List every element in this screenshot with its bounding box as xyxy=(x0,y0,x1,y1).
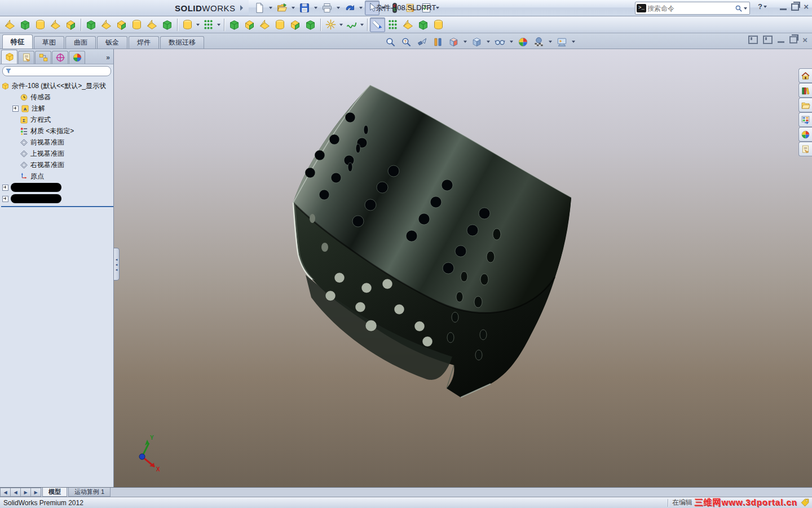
tree-item-front-plane[interactable]: 前视基准面 xyxy=(11,137,113,148)
expand-plus-icon[interactable] xyxy=(12,106,19,112)
sheet-metal-tool-icon[interactable] xyxy=(400,17,416,32)
tree-item-right-plane[interactable]: 右视基准面 xyxy=(11,159,113,170)
file-explorer-button[interactable] xyxy=(798,98,812,112)
tab-dimxpert-manager[interactable] xyxy=(52,51,68,64)
tab-sketch[interactable]: 草图 xyxy=(34,36,64,49)
scene-dropdown-icon[interactable] xyxy=(549,41,552,43)
first-tab-button[interactable]: ◀ xyxy=(0,488,11,497)
view-palette-button[interactable] xyxy=(798,112,812,127)
tree-item-sensors[interactable]: 传感器 xyxy=(11,91,113,103)
expand-plus-icon[interactable] xyxy=(2,185,8,191)
tab-motion-study[interactable]: 运动算例 1 xyxy=(68,488,111,497)
undo-dropdown-icon[interactable] xyxy=(359,7,363,9)
open-button[interactable] xyxy=(275,1,289,15)
select-dropdown-icon[interactable] xyxy=(382,7,385,9)
measure-tool-button[interactable] xyxy=(370,17,385,32)
zoom-to-fit-button[interactable] xyxy=(383,34,398,49)
sheet-metal-tool-icon[interactable] xyxy=(416,17,431,32)
tab-featuremanager-tree[interactable] xyxy=(1,50,17,64)
tool-dropdown-icon[interactable] xyxy=(339,24,343,26)
tab-display-manager[interactable] xyxy=(69,51,85,64)
view-orientation-dropdown-icon[interactable] xyxy=(464,41,467,43)
view-settings-button[interactable] xyxy=(555,34,569,49)
panel-more-button[interactable]: » xyxy=(106,54,113,64)
tree-root[interactable]: 杂件-108 (默认<<默认>_显示状 xyxy=(1,80,113,91)
help-button[interactable]: ? xyxy=(758,2,768,11)
tab-surfaces[interactable]: 曲面 xyxy=(65,36,96,49)
tree-filter-input[interactable] xyxy=(14,67,108,75)
solidworks-resources-button[interactable] xyxy=(798,68,812,83)
search-dropdown-icon[interactable] xyxy=(744,7,747,10)
panel-collapse-handle[interactable]: ◂ ◂ ◂ xyxy=(114,248,120,281)
search-commands-box[interactable]: >_ xyxy=(635,2,750,15)
options-dropdown-icon[interactable] xyxy=(436,7,439,9)
curves-icon[interactable] xyxy=(344,17,359,32)
rollback-bar[interactable] xyxy=(1,206,113,208)
tab-model[interactable]: 模型 xyxy=(42,488,67,497)
close-button[interactable]: × xyxy=(804,3,809,11)
sheet-metal-tool-icon[interactable] xyxy=(257,17,272,32)
options-button[interactable] xyxy=(419,1,434,15)
select-button[interactable] xyxy=(365,1,379,15)
doc-previous-window-button[interactable] xyxy=(748,36,758,44)
sheet-metal-tool-icon[interactable] xyxy=(272,17,288,32)
tree-item-material[interactable]: 材质 <未指定> xyxy=(11,125,113,137)
zoom-to-area-button[interactable] xyxy=(399,34,413,49)
graphics-viewport[interactable]: ◂ ◂ ◂ Y X xyxy=(114,49,812,487)
tab-configuration-manager[interactable] xyxy=(35,51,51,64)
tool-dropdown-icon[interactable] xyxy=(360,24,364,26)
restore-button[interactable] xyxy=(791,3,799,11)
sheet-metal-tool-icon[interactable] xyxy=(227,17,242,32)
save-dropdown-icon[interactable] xyxy=(314,7,317,9)
design-library-button[interactable] xyxy=(798,83,812,98)
linear-pattern-icon[interactable] xyxy=(201,17,216,32)
hide-show-dropdown-icon[interactable] xyxy=(510,41,513,43)
previous-view-button[interactable] xyxy=(415,34,429,49)
sheet-metal-tool-icon[interactable] xyxy=(288,17,303,32)
doc-close-button[interactable]: × xyxy=(802,36,807,44)
tree-item-equations[interactable]: 方程式 xyxy=(11,114,113,125)
tree-item-annotations[interactable]: 注解 xyxy=(11,103,113,114)
tab-sheet-metal[interactable]: 钣金 xyxy=(97,36,127,49)
tree-item-redacted[interactable] xyxy=(1,182,113,193)
tool-dropdown-icon[interactable] xyxy=(196,24,200,26)
help-dropdown-icon[interactable] xyxy=(764,6,767,8)
solidworks-menu-button[interactable]: SOLIDWORKS xyxy=(0,0,249,16)
tree-item-origin[interactable]: 原点 xyxy=(11,170,113,182)
doc-restore-button[interactable] xyxy=(789,36,797,43)
sheet-metal-tool-icon[interactable] xyxy=(242,17,257,32)
open-dropdown-icon[interactable] xyxy=(292,7,295,9)
minimize-button[interactable] xyxy=(780,8,787,10)
print-button[interactable] xyxy=(320,1,334,15)
part-3d-model[interactable] xyxy=(114,49,812,487)
appearances-button[interactable] xyxy=(798,127,812,142)
view-orientation-button[interactable] xyxy=(447,34,461,49)
menu-expand-arrow-icon[interactable] xyxy=(240,5,243,11)
tab-features[interactable]: 特征 xyxy=(2,34,33,49)
tab-weldments[interactable]: 焊件 xyxy=(129,36,159,49)
apply-scene-button[interactable] xyxy=(532,34,546,49)
tool-dropdown-icon[interactable] xyxy=(217,24,220,26)
display-style-dropdown-icon[interactable] xyxy=(487,41,490,43)
doc-minimize-button[interactable] xyxy=(778,41,784,43)
tab-property-manager[interactable] xyxy=(18,51,34,64)
view-settings-dropdown-icon[interactable] xyxy=(572,41,575,43)
tree-item-redacted[interactable] xyxy=(1,193,113,204)
undo-button[interactable] xyxy=(342,1,357,15)
hide-show-items-button[interactable] xyxy=(493,34,507,49)
tree-item-top-plane[interactable]: 上视基准面 xyxy=(11,148,113,159)
rebuild-button[interactable] xyxy=(387,1,402,15)
last-tab-button[interactable]: ▶ xyxy=(31,488,41,497)
edit-appearance-button[interactable] xyxy=(516,34,530,49)
tree-filter-box[interactable] xyxy=(2,66,111,76)
expand-plus-icon[interactable] xyxy=(2,196,8,202)
section-view-button[interactable] xyxy=(431,34,445,49)
display-style-button[interactable] xyxy=(470,34,484,49)
next-tab-button[interactable]: ▶ xyxy=(21,488,31,497)
custom-properties-button[interactable] xyxy=(798,142,812,156)
sheet-metal-tool-icon[interactable] xyxy=(180,17,195,32)
print-dropdown-icon[interactable] xyxy=(337,7,340,9)
reference-geometry-icon[interactable] xyxy=(323,17,338,32)
file-properties-button[interactable] xyxy=(403,1,418,15)
sheet-metal-tool-icon[interactable] xyxy=(303,17,318,32)
